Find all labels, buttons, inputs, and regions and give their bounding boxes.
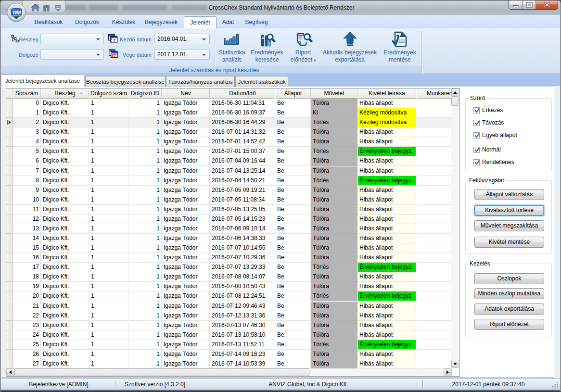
svg-text:7: 7: [114, 53, 116, 58]
svg-text:7: 7: [113, 38, 115, 43]
svg-text:WM: WM: [13, 10, 21, 15]
